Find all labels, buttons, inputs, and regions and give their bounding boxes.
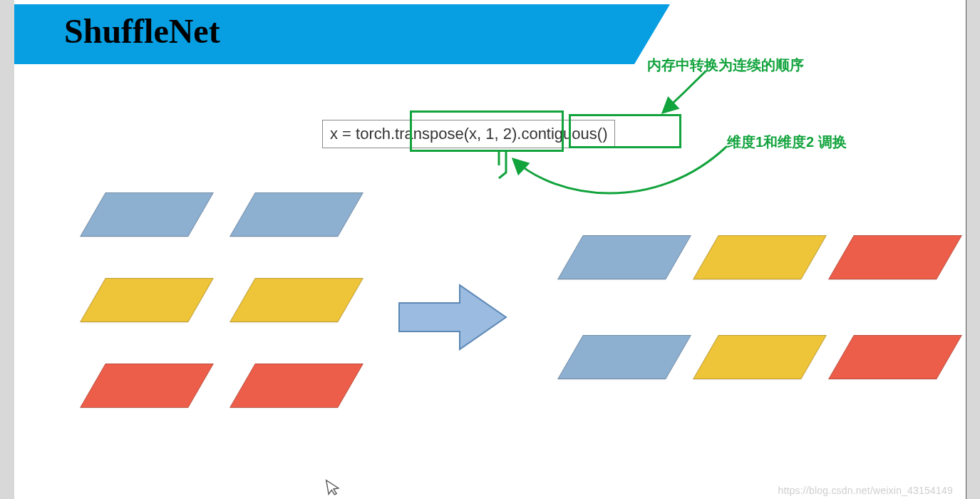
- annotation-contiguous: 内存中转换为连续的顺序: [647, 56, 804, 75]
- watermark: https://blog.csdn.net/weixin_43154149: [778, 485, 953, 496]
- left-cell-r1c0: [80, 278, 214, 322]
- right-cell-r0c0: [557, 235, 691, 279]
- mouse-cursor-icon: [324, 477, 342, 499]
- highlight-contiguous: [569, 114, 681, 148]
- right-cell-r0c1: [693, 235, 827, 279]
- right-cell-r1c1: [693, 335, 827, 379]
- svg-marker-0: [399, 285, 506, 349]
- left-cell-r1c1: [229, 278, 363, 322]
- annotation-arrows: [14, 0, 966, 499]
- slide-title: ShuffleNet: [64, 11, 220, 51]
- right-cell-r1c2: [828, 335, 962, 379]
- right-cell-r0c2: [828, 235, 962, 279]
- left-cell-r2c1: [229, 364, 363, 408]
- slide-page: ShuffleNet x = torch.transpose(x, 1, 2).…: [14, 0, 966, 499]
- transform-arrow-icon: [392, 278, 513, 356]
- left-cell-r0c1: [229, 192, 363, 237]
- highlight-transpose: [410, 110, 564, 152]
- annotation-transpose: 维度1和维度2 调换: [727, 133, 847, 152]
- left-cell-r2c0: [80, 364, 214, 408]
- right-cell-r1c0: [557, 335, 691, 379]
- left-cell-r0c0: [80, 192, 214, 237]
